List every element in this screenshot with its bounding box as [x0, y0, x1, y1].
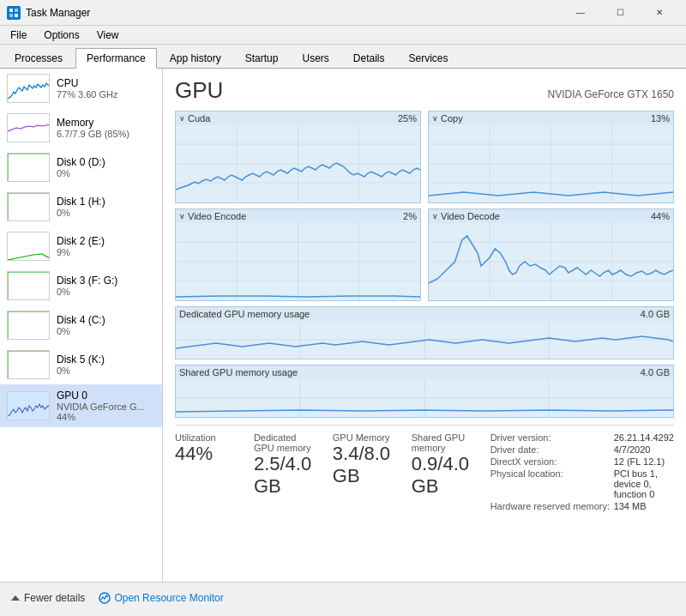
sidebar-item-disk0[interactable]: Disk 0 (D:) 0% — [0, 148, 162, 187]
close-button[interactable]: ✕ — [640, 0, 679, 26]
sidebar-item-cpu[interactable]: CPU 77% 3.60 GHz — [0, 69, 162, 108]
disk0-label: Disk 0 (D:) — [57, 156, 155, 168]
disk0-sub: 0% — [57, 168, 155, 178]
disk2-label: Disk 2 (E:) — [57, 235, 155, 247]
info-row: Driver version:26.21.14.4292 — [490, 432, 674, 443]
disk5-thumb — [7, 350, 50, 379]
vencode-chart-area — [176, 223, 420, 300]
fewer-details-button[interactable]: Fewer details — [10, 592, 85, 604]
bottombar: Fewer details Open Resource Monitor — [0, 582, 686, 613]
tab-services[interactable]: Services — [398, 48, 460, 68]
open-resource-monitor-button[interactable]: Open Resource Monitor — [99, 592, 223, 604]
info-key: Physical location: — [490, 468, 611, 499]
chart-vencode-header: ∨ Video Encode 2% — [176, 209, 420, 223]
maximize-button[interactable]: ☐ — [600, 0, 640, 26]
sidebar-item-disk1[interactable]: Disk 1 (H:) 0% — [0, 187, 162, 226]
gpu0-model: NVIDIA GeForce G... — [57, 402, 155, 412]
info-row: Physical location:PCI bus 1, device 0, f… — [490, 468, 674, 499]
sidebar-item-disk2[interactable]: Disk 2 (E:) 9% — [0, 226, 162, 266]
gpu-model: NVIDIA GeForce GTX 1650 — [548, 88, 674, 100]
chart-video-encode: ∨ Video Encode 2% — [175, 208, 421, 301]
chevron-icon: ∨ — [179, 114, 185, 123]
chevron-icon-copy: ∨ — [432, 114, 438, 123]
svg-rect-4 — [8, 75, 50, 103]
chart-cuda: ∨ Cuda 25% — [175, 111, 421, 203]
disk1-label: Disk 1 (H:) — [57, 196, 155, 208]
sidebar-item-memory[interactable]: Memory 6.7/7.9 GB (85%) — [0, 108, 162, 148]
info-row: Driver date:4/7/2020 — [490, 444, 674, 455]
disk5-sub: 0% — [57, 365, 155, 376]
utilization-stat: Utilization 44% — [175, 432, 237, 513]
cpu-thumb — [7, 74, 50, 103]
gpu-memory-stat: GPU Memory 3.4/8.0 GB — [333, 432, 394, 513]
gpu0-util: 44% — [57, 412, 155, 422]
utilization-value: 44% — [175, 443, 237, 465]
svg-marker-56 — [11, 595, 20, 601]
disk1-thumb — [7, 192, 50, 221]
svg-rect-11 — [8, 272, 50, 300]
chart-shared-mem: Shared GPU memory usage 4.0 GB — [175, 365, 674, 418]
copy-value: 13% — [651, 113, 670, 124]
dedicated-mem-stat-label: Dedicated GPU memory — [254, 432, 316, 453]
info-row: Hardware reserved memory:134 MB — [490, 501, 674, 511]
main-layout: CPU 77% 3.60 GHz Memory 6.7/7.9 GB (85%) — [0, 69, 686, 582]
copy-label: Copy — [441, 113, 463, 124]
dedicated-mem-max: 4.0 GB — [641, 309, 670, 319]
shared-mem-stat-label: Shared GPU memory — [412, 432, 473, 453]
tab-processes[interactable]: Processes — [3, 48, 74, 68]
memory-sub: 6.7/7.9 GB (85%) — [57, 129, 155, 139]
chevron-up-icon — [10, 593, 21, 603]
shared-mem-stat: Shared GPU memory 0.9/4.0 GB — [412, 432, 473, 513]
sidebar-item-disk5[interactable]: Disk 5 (K:) 0% — [0, 345, 162, 384]
resource-monitor-icon — [99, 592, 111, 604]
info-key: Driver date: — [490, 444, 611, 455]
sidebar-item-gpu0[interactable]: GPU 0 NVIDIA GeForce G... 44% — [0, 384, 162, 427]
svg-rect-10 — [8, 233, 50, 261]
info-key: Driver version: — [490, 432, 611, 443]
dedicated-mem-stat-value: 2.5/4.0 GB — [254, 453, 316, 498]
info-key: DirectX version: — [490, 456, 611, 467]
menubar: File Options View — [0, 26, 686, 45]
chevron-icon-ve: ∨ — [179, 212, 185, 220]
fewer-details-label: Fewer details — [24, 592, 85, 604]
sidebar-item-disk3[interactable]: Disk 3 (F: G:) 0% — [0, 266, 162, 305]
info-value: 4/7/2020 — [614, 444, 651, 455]
copy-chart-area — [429, 125, 673, 202]
chevron-icon-vd: ∨ — [432, 212, 438, 220]
svg-rect-1 — [15, 9, 18, 12]
disk4-sub: 0% — [57, 326, 155, 336]
tab-details[interactable]: Details — [342, 48, 396, 68]
shared-mem-stat-value: 0.9/4.0 GB — [412, 453, 473, 498]
tab-startup[interactable]: Startup — [234, 48, 290, 68]
cuda-label: Cuda — [188, 113, 210, 124]
dedicated-mem-chart — [176, 321, 673, 359]
tab-app-history[interactable]: App history — [159, 48, 232, 68]
disk0-thumb — [7, 153, 50, 182]
info-value: PCI bus 1, device 0, function 0 — [614, 468, 674, 499]
sidebar-item-disk4[interactable]: Disk 4 (C:) 0% — [0, 305, 162, 345]
charts-row-2: ∨ Video Encode 2% — [175, 208, 674, 301]
gpu0-label: GPU 0 — [57, 390, 155, 402]
gpu-header: GPU NVIDIA GeForce GTX 1650 — [175, 77, 674, 104]
tab-performance[interactable]: Performance — [75, 48, 157, 69]
open-rm-label: Open Resource Monitor — [114, 592, 223, 604]
vdecode-label: Video Decode — [441, 211, 500, 221]
info-value: 12 (FL 12.1) — [614, 456, 665, 467]
disk3-thumb — [7, 271, 50, 300]
titlebar-controls: — ☐ ✕ — [561, 0, 679, 26]
menu-view[interactable]: View — [90, 27, 126, 43]
gpu-title: GPU — [175, 77, 223, 104]
vdecode-value: 44% — [651, 211, 670, 221]
vencode-label: Video Encode — [188, 211, 246, 221]
chart-cuda-header: ∨ Cuda 25% — [176, 112, 420, 125]
menu-file[interactable]: File — [3, 27, 33, 43]
tab-users[interactable]: Users — [291, 48, 340, 68]
stats-section: Utilization 44% Dedicated GPU memory 2.5… — [175, 425, 674, 513]
cpu-sub: 77% 3.60 GHz — [57, 89, 155, 100]
info-value: 26.21.14.4292 — [614, 432, 674, 443]
minimize-button[interactable]: — — [561, 0, 600, 26]
menu-options[interactable]: Options — [37, 27, 86, 43]
disk2-sub: 9% — [57, 247, 155, 257]
titlebar-title: Task Manager — [26, 7, 90, 19]
shared-mem-chart — [176, 379, 673, 417]
